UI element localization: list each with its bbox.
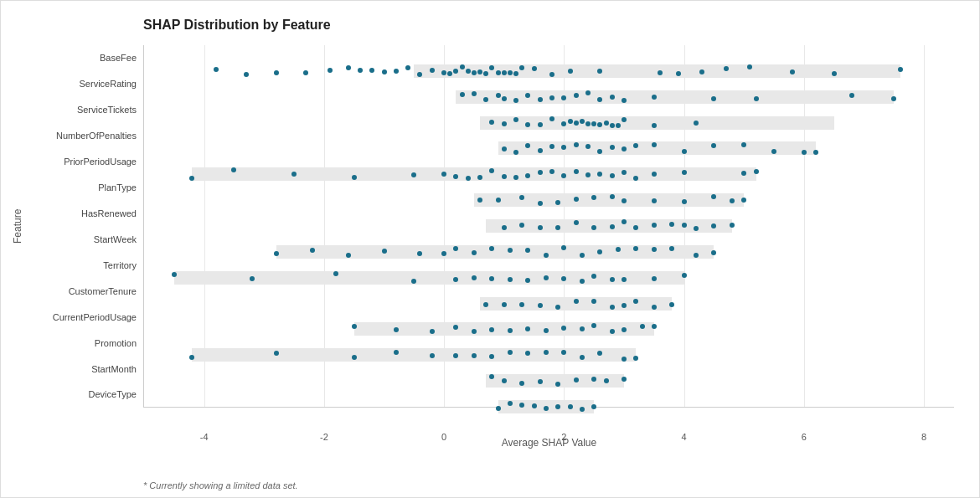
shap-dot xyxy=(417,72,422,77)
shap-dot xyxy=(430,353,435,358)
shap-dot xyxy=(730,223,735,228)
shap-dot xyxy=(652,247,657,252)
shap-dot xyxy=(604,121,609,126)
shap-dot xyxy=(519,195,524,200)
shap-dot xyxy=(682,149,687,154)
shap-dot xyxy=(694,253,699,258)
shap-dot xyxy=(711,194,716,199)
shap-dot xyxy=(453,246,458,251)
shap-dot xyxy=(741,142,746,147)
shap-dot xyxy=(489,374,494,379)
shap-dot xyxy=(633,143,638,148)
shap-dot xyxy=(483,71,488,76)
shap-dot xyxy=(580,253,585,258)
shap-dot xyxy=(574,299,579,304)
shap-dot xyxy=(519,223,524,228)
shap-dot xyxy=(597,351,602,356)
shap-dot xyxy=(489,276,494,281)
shap-dot xyxy=(382,249,387,254)
shap-dot xyxy=(538,225,543,230)
shap-dot xyxy=(676,71,681,76)
shap-dot xyxy=(453,325,458,330)
shap-dot xyxy=(591,121,596,126)
shap-dot xyxy=(472,275,477,280)
shap-dot xyxy=(525,122,530,127)
shap-dot xyxy=(622,327,627,332)
shap-dot xyxy=(652,305,657,310)
shap-dot xyxy=(622,170,627,175)
shap-dot xyxy=(472,353,477,358)
feature-label: BaseFee xyxy=(26,45,143,70)
shap-dot xyxy=(417,251,422,256)
shap-dot xyxy=(328,68,333,73)
shap-dot xyxy=(568,119,573,124)
shap-dot xyxy=(291,172,297,177)
chart-area: Feature BaseFeeServiceRatingServiceTicke… xyxy=(9,45,954,408)
feature-label: HasRenewed xyxy=(26,201,143,226)
shap-dot xyxy=(568,404,573,409)
shap-dot xyxy=(508,70,513,75)
shap-dot xyxy=(502,146,507,151)
chart-title: SHAP Distribution by Feature xyxy=(143,18,954,33)
shap-dot xyxy=(502,302,507,307)
shap-dot xyxy=(489,246,494,251)
shap-dot xyxy=(453,69,458,74)
shap-dot xyxy=(652,142,657,147)
shap-dot xyxy=(591,274,596,279)
shap-dot xyxy=(172,272,177,277)
shap-dot xyxy=(622,117,627,122)
shap-dot xyxy=(610,277,615,282)
shap-dot xyxy=(544,275,549,280)
shap-dot xyxy=(591,404,596,409)
shap-dot xyxy=(771,149,776,154)
shap-dot xyxy=(502,96,507,101)
shap-dot xyxy=(754,169,759,174)
feature-label: CustomerTenure xyxy=(26,279,143,304)
shap-dot xyxy=(610,329,615,334)
shap-dot xyxy=(532,66,537,71)
shap-dot xyxy=(616,123,621,128)
shap-dot xyxy=(730,198,735,203)
shap-dot xyxy=(682,199,687,204)
shap-dot xyxy=(525,351,530,356)
shap-dot xyxy=(441,251,446,256)
shap-dot xyxy=(508,350,513,355)
shap-dot xyxy=(538,148,543,153)
shap-dot xyxy=(585,144,591,149)
feature-label: DeviceType xyxy=(26,382,143,407)
shap-dot xyxy=(346,65,351,70)
shap-dot xyxy=(460,64,465,69)
shap-dot xyxy=(538,170,543,175)
shap-dot xyxy=(513,117,518,122)
shap-dot xyxy=(489,65,494,70)
shap-dot xyxy=(303,70,308,75)
shap-dot xyxy=(502,378,507,383)
chart-row xyxy=(144,290,954,316)
shap-dot xyxy=(483,97,488,102)
shap-dot xyxy=(508,328,513,333)
shap-dot xyxy=(352,175,357,180)
feature-label: Territory xyxy=(26,253,143,278)
chart-row xyxy=(144,316,954,342)
shap-dot xyxy=(591,195,596,200)
shap-dot xyxy=(508,277,513,282)
shap-dot xyxy=(496,70,501,75)
shap-dot xyxy=(891,96,896,101)
shap-dot xyxy=(472,329,477,334)
chart-row xyxy=(144,342,954,368)
shap-dot xyxy=(802,150,807,155)
chart-row xyxy=(144,162,954,187)
chart-row xyxy=(144,239,954,264)
shap-dot xyxy=(633,176,638,181)
shap-dot xyxy=(502,70,507,75)
shap-dot xyxy=(610,173,615,178)
shap-dot xyxy=(508,248,513,253)
bar-background xyxy=(498,141,817,155)
shap-dot xyxy=(610,123,615,128)
shap-dot xyxy=(489,120,494,125)
bar-background xyxy=(192,348,636,362)
chart-row xyxy=(144,368,954,394)
shap-dot xyxy=(694,226,699,231)
shap-dot xyxy=(741,171,746,176)
shap-dot xyxy=(561,121,566,126)
